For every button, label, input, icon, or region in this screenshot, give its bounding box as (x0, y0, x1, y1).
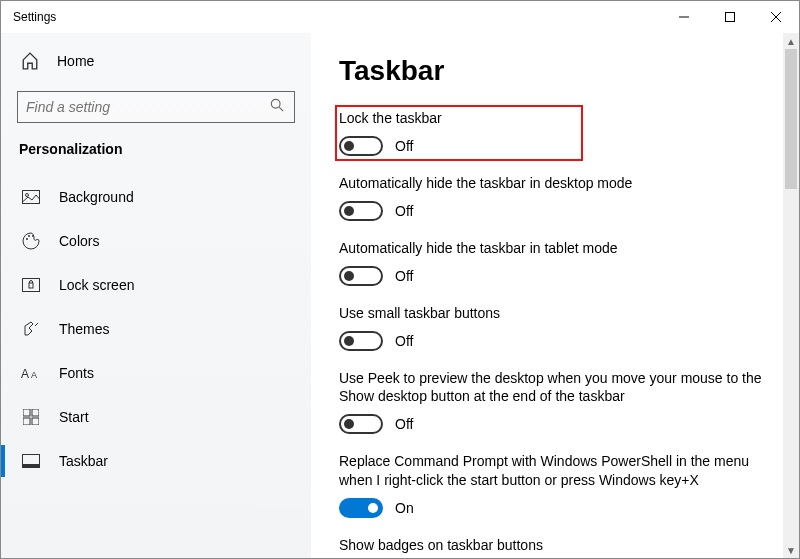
close-button[interactable] (753, 1, 799, 33)
svg-rect-21 (23, 464, 40, 468)
search-icon (270, 98, 286, 116)
svg-rect-16 (23, 409, 30, 416)
sidebar-item-colors[interactable]: Colors (17, 219, 311, 263)
svg-rect-19 (32, 418, 39, 425)
scroll-up-icon[interactable]: ▲ (783, 33, 799, 49)
toggle-peek[interactable] (339, 414, 383, 434)
sidebar-home-label: Home (57, 53, 94, 69)
sidebar-item-themes[interactable]: Themes (17, 307, 311, 351)
sidebar-item-label: Start (59, 409, 89, 425)
toggle-powershell[interactable] (339, 498, 383, 518)
setting-label: Lock the taskbar (339, 109, 775, 128)
window-controls (661, 1, 799, 33)
setting-autohide-tablet: Automatically hide the taskbar in tablet… (339, 239, 775, 286)
svg-line-5 (279, 107, 283, 111)
taskbar-icon (21, 454, 41, 468)
svg-point-8 (26, 238, 28, 240)
toggle-state: Off (395, 416, 413, 432)
sidebar-item-lock-screen[interactable]: Lock screen (17, 263, 311, 307)
scroll-down-icon[interactable]: ▼ (783, 542, 799, 558)
setting-label: Use Peek to preview the desktop when you… (339, 369, 775, 407)
svg-point-4 (271, 99, 280, 108)
svg-point-7 (26, 194, 29, 197)
svg-point-10 (32, 235, 34, 237)
setting-powershell: Replace Command Prompt with Windows Powe… (339, 452, 775, 518)
sidebar-home[interactable]: Home (17, 41, 311, 81)
sidebar-item-label: Lock screen (59, 277, 134, 293)
palette-icon (21, 232, 41, 250)
toggle-small-buttons[interactable] (339, 331, 383, 351)
setting-label: Automatically hide the taskbar in tablet… (339, 239, 775, 258)
fonts-icon: AA (21, 366, 41, 380)
toggle-autohide-desktop[interactable] (339, 201, 383, 221)
main-panel: Taskbar Lock the taskbar Off Automatical… (311, 33, 799, 558)
setting-label: Automatically hide the taskbar in deskto… (339, 174, 775, 193)
svg-rect-18 (23, 418, 30, 425)
themes-icon (21, 320, 41, 338)
sidebar-item-label: Themes (59, 321, 110, 337)
picture-icon (21, 190, 41, 204)
search-input[interactable] (17, 91, 295, 123)
setting-label: Use small taskbar buttons (339, 304, 775, 323)
svg-text:A: A (31, 370, 37, 380)
svg-line-13 (35, 323, 38, 326)
sidebar: Home Personalization Background Colors L… (1, 33, 311, 558)
setting-lock-taskbar: Lock the taskbar Off (339, 109, 775, 156)
sidebar-item-start[interactable]: Start (17, 395, 311, 439)
page-title: Taskbar (339, 55, 775, 87)
vertical-scrollbar[interactable]: ▲ ▼ (783, 33, 799, 558)
toggle-lock-taskbar[interactable] (339, 136, 383, 156)
maximize-button[interactable] (707, 1, 753, 33)
search-field[interactable] (26, 99, 270, 115)
lock-screen-icon (21, 278, 41, 292)
sidebar-section-title: Personalization (17, 141, 311, 157)
sidebar-item-label: Taskbar (59, 453, 108, 469)
sidebar-item-label: Colors (59, 233, 99, 249)
toggle-state: On (395, 500, 414, 516)
sidebar-item-label: Background (59, 189, 134, 205)
minimize-button[interactable] (661, 1, 707, 33)
toggle-state: Off (395, 333, 413, 349)
svg-rect-12 (29, 283, 33, 288)
setting-label: Show badges on taskbar buttons (339, 536, 775, 555)
toggle-state: Off (395, 268, 413, 284)
svg-text:A: A (21, 367, 29, 380)
toggle-state: Off (395, 203, 413, 219)
scroll-thumb[interactable] (785, 49, 797, 189)
sidebar-item-fonts[interactable]: AA Fonts (17, 351, 311, 395)
sidebar-item-label: Fonts (59, 365, 94, 381)
titlebar: Settings (1, 1, 799, 33)
setting-autohide-desktop: Automatically hide the taskbar in deskto… (339, 174, 775, 221)
setting-small-buttons: Use small taskbar buttons Off (339, 304, 775, 351)
svg-point-9 (28, 235, 30, 237)
svg-rect-17 (32, 409, 39, 416)
svg-rect-6 (23, 191, 40, 204)
setting-peek: Use Peek to preview the desktop when you… (339, 369, 775, 435)
toggle-state: Off (395, 138, 413, 154)
svg-rect-1 (726, 13, 735, 22)
setting-label: Replace Command Prompt with Windows Powe… (339, 452, 775, 490)
start-icon (21, 409, 41, 425)
home-icon (21, 52, 41, 70)
toggle-autohide-tablet[interactable] (339, 266, 383, 286)
sidebar-item-background[interactable]: Background (17, 175, 311, 219)
window-title: Settings (13, 10, 661, 24)
setting-badges: Show badges on taskbar buttons (339, 536, 775, 555)
sidebar-item-taskbar[interactable]: Taskbar (17, 439, 311, 483)
